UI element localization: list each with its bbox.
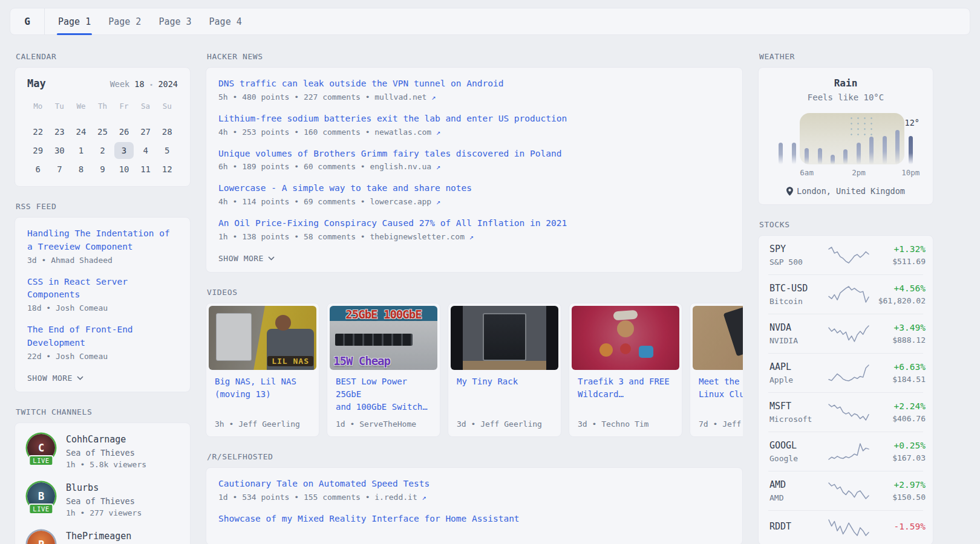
channel-name[interactable]: CohhCarnage bbox=[66, 434, 146, 445]
twitch-channel-row[interactable]: P ThePrimeagen bbox=[27, 531, 178, 544]
thumbnail-art bbox=[216, 313, 252, 360]
stock-row[interactable]: BTC-USD Bitcoin +4.56% $61,820.02 bbox=[768, 274, 923, 314]
video-title[interactable]: BEST Low Power 25GbEand 100GbE Switch… bbox=[336, 375, 431, 413]
weather-feels-like: Feels like 10°C bbox=[768, 92, 923, 102]
page-tabs: Page 1 Page 2 Page 3 Page 4 bbox=[45, 8, 243, 34]
hn-item-title[interactable]: Unique volumes of Brothers Grimm fairy t… bbox=[218, 147, 730, 161]
live-badge: LIVE bbox=[28, 455, 53, 466]
thumbnail-art bbox=[617, 320, 634, 337]
stock-change: +3.49% bbox=[870, 323, 926, 332]
calendar-day: 23 bbox=[50, 123, 69, 140]
external-link-icon[interactable]: ↗ bbox=[422, 493, 426, 502]
video-thumbnail[interactable]: 25GbE 100GbE 15W Cheap bbox=[330, 306, 437, 370]
stock-sparkline bbox=[828, 325, 870, 343]
stock-row[interactable]: GOOGL Google +0.25% $167.03 bbox=[768, 432, 923, 471]
calendar-day-selected: 3 bbox=[114, 142, 134, 159]
rss-show-more-button[interactable]: SHOW MORE bbox=[27, 374, 83, 383]
thumbnail-art bbox=[724, 306, 743, 357]
video-title[interactable]: Meet theLinux Clu bbox=[699, 375, 743, 401]
tab-page-2[interactable]: Page 2 bbox=[107, 8, 142, 34]
stock-symbol: BTC-USD bbox=[769, 283, 828, 294]
video-thumbnail[interactable]: LIL NAS bbox=[209, 306, 316, 370]
external-link-icon[interactable]: ↗ bbox=[436, 128, 440, 137]
rss-item-meta: 3d • Ahmad Shadeed bbox=[27, 256, 178, 265]
hn-item-title[interactable]: Lithium-free sodium batteries exit the l… bbox=[218, 112, 730, 126]
external-link-icon[interactable]: ↗ bbox=[431, 93, 436, 102]
stock-symbol: RDDT bbox=[769, 521, 828, 532]
stock-row[interactable]: MSFT Microsoft +2.24% $406.76 bbox=[768, 392, 923, 432]
calendar-year: 2024 bbox=[158, 79, 178, 89]
weather-bar bbox=[843, 149, 848, 164]
tab-page-4[interactable]: Page 4 bbox=[208, 8, 243, 34]
video-title[interactable]: My Tiny Rack bbox=[457, 375, 552, 388]
video-title[interactable]: Big NAS, Lil NAS(moving 13) bbox=[215, 375, 310, 401]
hn-item-title[interactable]: An Oil Price-Fixing Conspiracy Caused 27… bbox=[218, 217, 730, 230]
video-thumbnail[interactable]: FAS bbox=[693, 306, 743, 370]
thumbnail-text: LIL NAS bbox=[267, 356, 313, 366]
tab-page-1[interactable]: Page 1 bbox=[57, 8, 92, 34]
video-card: 25GbE 100GbE 15W Cheap BEST Low Power 25… bbox=[327, 303, 440, 437]
stocks-section-title: STOCKS bbox=[759, 220, 933, 229]
hn-item-meta: 5h • 480 points • 227 comments • mullvad… bbox=[218, 92, 730, 102]
weather-location-text: London, United Kingdom bbox=[797, 186, 905, 196]
stock-name: S&P 500 bbox=[769, 257, 828, 267]
reddit-item-title[interactable]: Cautionary Tale on Automated Speed Tests bbox=[218, 478, 730, 491]
external-link-icon[interactable]: ↗ bbox=[469, 233, 474, 241]
calendar-days-grid: 222324252627282930123456789101112 bbox=[27, 123, 178, 178]
external-link-icon[interactable]: ↗ bbox=[436, 198, 440, 206]
rss-card: Handling The Indentation of a Treeview C… bbox=[15, 217, 191, 392]
week-number: 18 bbox=[134, 79, 144, 89]
weekday-label: Fr bbox=[113, 99, 135, 114]
video-title[interactable]: Traefik 3 and FREEWildcard… bbox=[578, 375, 673, 401]
video-thumbnail[interactable] bbox=[451, 306, 558, 370]
chevron-down-icon bbox=[268, 256, 275, 261]
hn-item: Lowercase - A simple way to take and sha… bbox=[218, 182, 730, 206]
thumbnail-art bbox=[599, 343, 613, 357]
show-more-label: SHOW MORE bbox=[218, 254, 264, 263]
stocks-widget: STOCKS SPY S&P 500 +1.32% $511.69 BTC- bbox=[758, 220, 933, 544]
video-meta: 3d • Jeff Geerling bbox=[457, 413, 552, 429]
twitch-channel-row[interactable]: C LIVE CohhCarnage Sea of Thieves 1h • 5… bbox=[27, 434, 178, 469]
external-link-icon[interactable]: ↗ bbox=[436, 163, 440, 171]
weather-time-labels: 6am2pm10pm bbox=[774, 168, 917, 178]
stock-row[interactable]: SPY S&P 500 +1.32% $511.69 bbox=[768, 236, 923, 274]
hn-show-more-button[interactable]: SHOW MORE bbox=[218, 254, 275, 263]
video-meta: 7d • Jeff bbox=[699, 413, 743, 429]
stock-price: $406.76 bbox=[870, 414, 926, 423]
stock-name: Google bbox=[769, 454, 828, 463]
stock-name: Apple bbox=[769, 375, 828, 384]
app-logo[interactable]: G bbox=[10, 8, 45, 34]
stock-row[interactable]: AAPL Apple +6.63% $184.51 bbox=[768, 353, 923, 392]
stock-change: +2.97% bbox=[870, 480, 926, 490]
twitch-channel-row[interactable]: B LIVE Blurbs Sea of Thieves 1h • 277 vi… bbox=[27, 482, 178, 517]
calendar-day: 11 bbox=[136, 161, 155, 178]
thumbnail-art bbox=[275, 315, 291, 331]
hn-item-title[interactable]: Lowercase - A simple way to take and sha… bbox=[218, 182, 730, 195]
rss-item-title[interactable]: Handling The Indentation of a Treeview C… bbox=[27, 227, 178, 254]
rss-item: CSS in React Server Components 18d • Jos… bbox=[27, 276, 178, 313]
rss-section-title: RSS FEED bbox=[16, 202, 191, 211]
video-title-line: Meet the bbox=[699, 375, 743, 388]
channel-name[interactable]: ThePrimeagen bbox=[66, 531, 131, 542]
twitch-widget: TWITCH CHANNELS C LIVE CohhCarnage Sea o… bbox=[15, 407, 191, 544]
thumbnail-art bbox=[463, 361, 547, 370]
hn-item-title[interactable]: DNS traffic can leak outside the VPN tun… bbox=[218, 77, 730, 91]
hn-item-meta: 4h • 114 points • 69 comments • lowercas… bbox=[218, 197, 730, 206]
channel-name[interactable]: Blurbs bbox=[66, 482, 142, 493]
hn-meta-text: 4h • 114 points • 69 comments • lowercas… bbox=[218, 197, 431, 206]
stock-row[interactable]: NVDA NVIDIA +3.49% $888.12 bbox=[768, 314, 923, 353]
stock-row[interactable]: AMD AMD +2.97% $150.50 bbox=[768, 471, 923, 510]
reddit-item: Showcase of my Mixed Reality Interface f… bbox=[218, 513, 730, 526]
time-label: 6am bbox=[800, 168, 814, 177]
tab-page-3[interactable]: Page 3 bbox=[157, 8, 192, 34]
video-thumbnail[interactable] bbox=[572, 306, 679, 370]
stock-row[interactable]: RDDT -1.59% bbox=[768, 510, 923, 544]
rss-item-title[interactable]: CSS in React Server Components bbox=[27, 276, 178, 302]
calendar-week: Week 18 • 2024 bbox=[110, 79, 178, 89]
channel-avatar[interactable]: P bbox=[27, 531, 55, 544]
hn-item: Unique volumes of Brothers Grimm fairy t… bbox=[218, 147, 730, 172]
rss-item-title[interactable]: The End of Front-End Development bbox=[27, 323, 178, 350]
weekday-label: Sa bbox=[135, 99, 157, 114]
weather-bar bbox=[869, 137, 874, 164]
reddit-item-title[interactable]: Showcase of my Mixed Reality Interface f… bbox=[218, 513, 730, 526]
